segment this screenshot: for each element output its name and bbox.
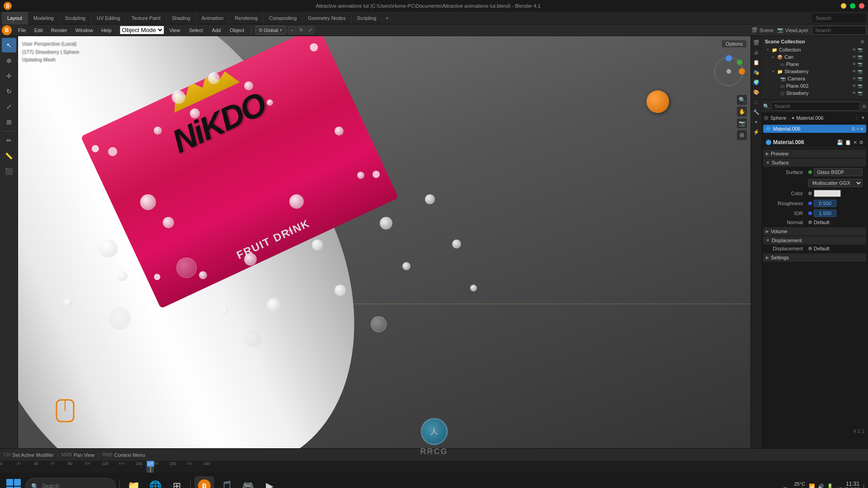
timeline-ruler[interactable]: 0 40 80 120 160 200 240 20 60 100 140 18… (0, 460, 868, 473)
menu-select[interactable]: Select (185, 27, 207, 34)
zoom-to-selected[interactable]: 🔍 (737, 95, 747, 105)
volume-icon[interactable]: 🔊 (818, 483, 824, 488)
volume-section-title[interactable]: ▶ Volume (763, 227, 866, 235)
menu-file[interactable]: File (14, 27, 30, 34)
close-button[interactable]: ✕ (859, 3, 864, 9)
show-desktop-btn[interactable]: | (863, 483, 864, 488)
render-properties-icon[interactable]: 🎬 (752, 38, 761, 47)
menu-help[interactable]: Help (98, 27, 115, 34)
transform-btn-rotate[interactable]: ↻ (297, 26, 305, 34)
menu-view[interactable]: View (166, 27, 184, 34)
material-entry-active[interactable]: Material.006 ☰ + ✕ (763, 125, 866, 133)
material-browse[interactable]: ☰ (851, 127, 855, 131)
taskbar-video[interactable]: ▶ (259, 476, 279, 488)
taskbar-apps[interactable]: ⊞ (167, 476, 187, 488)
surface-type-select[interactable]: Glass BSDF (814, 168, 863, 176)
taskbar-blender[interactable]: B (194, 476, 214, 488)
taskbar-explorer[interactable]: 📁 (123, 476, 143, 488)
output-properties-icon[interactable]: 🖨 (752, 48, 761, 57)
transform-btn-move[interactable]: ↔ (288, 26, 296, 34)
taskbar-music[interactable]: 🎵 (216, 476, 236, 488)
render-view[interactable]: ⊞ (737, 130, 747, 140)
view-layer-properties-icon[interactable]: 📋 (752, 58, 761, 67)
tab-rendering[interactable]: Rendering (229, 12, 264, 24)
tab-compositing[interactable]: Compositing (264, 12, 302, 24)
ior-input[interactable]: 1.500 (814, 210, 836, 217)
scene-collection-item[interactable]: ▾ 📁 Collection 👁 📷 (765, 46, 864, 53)
menu-object[interactable]: Object (226, 27, 248, 34)
sc-item-plane002[interactable]: ▭ Plane.002 👁 📷 (765, 82, 864, 89)
distribution-select[interactable]: Multiscatter GGX GGX (808, 179, 863, 187)
menu-window[interactable]: Window (72, 27, 97, 34)
transform-origin[interactable]: ⊙ Global ▼ (255, 26, 286, 34)
tab-animation[interactable]: Animation (196, 12, 230, 24)
material-x[interactable]: ✕ (853, 140, 857, 145)
modifier-properties-icon[interactable]: 🔧 (752, 108, 761, 117)
tab-scripting[interactable]: Scripting (351, 12, 382, 24)
tab-layout[interactable]: Layout (2, 12, 28, 24)
taskbar-search-bar[interactable]: 🔍 (25, 478, 116, 488)
tool-select[interactable]: ↖ (2, 38, 16, 52)
tab-sculpting[interactable]: Sculpting (60, 12, 91, 24)
tool-cursor[interactable]: ⊕ (2, 53, 16, 68)
view-layer-selector[interactable]: 📷ViewLayer (777, 27, 808, 33)
navigation-gizmo[interactable] (711, 53, 747, 89)
transform-btn-scale[interactable]: ⤢ (306, 26, 314, 34)
filter-icon[interactable]: ⚙ (860, 39, 864, 44)
tool-move[interactable]: ✛ (2, 69, 16, 83)
tab-texture-paint[interactable]: Texture Paint (126, 12, 166, 24)
tool-scale[interactable]: ⤢ (2, 99, 16, 114)
hand-tool[interactable]: ✋ (737, 107, 747, 117)
material-delete[interactable]: ✕ (860, 127, 863, 131)
menu-render[interactable]: Render (47, 27, 71, 34)
tool-annotate[interactable]: ✏ (2, 133, 16, 148)
properties-filter[interactable]: ⚙ (862, 104, 866, 109)
particles-icon[interactable]: ✦ (752, 117, 761, 127)
world-properties-icon[interactable]: 🌍 (752, 78, 761, 87)
network-icon[interactable]: 📶 (809, 483, 815, 488)
material-settings[interactable]: ⚙ (859, 140, 863, 145)
add-workspace-button[interactable]: + (382, 14, 392, 23)
color-swatch[interactable] (814, 190, 841, 197)
object-mode-select[interactable]: Object Mode (120, 26, 164, 34)
roughness-input[interactable]: 0.500 (814, 200, 836, 207)
settings-section-title[interactable]: ▶ Settings (763, 253, 866, 262)
tool-transform[interactable]: ⊞ (2, 115, 16, 129)
menu-edit[interactable]: Edit (31, 27, 47, 34)
displacement-section-title[interactable]: ▼ Displacement (763, 236, 866, 244)
scene-selector[interactable]: 🎬Scene (751, 27, 774, 33)
sc-item-strawbery[interactable]: ⬡ Strawbery 👁 📷 (765, 89, 864, 97)
material-save[interactable]: 💾 (837, 140, 843, 145)
material-properties-icon[interactable]: 🎨 (752, 88, 761, 97)
sc-item-plane[interactable]: ▭ Plane 👁 📷 (765, 61, 864, 68)
tool-rotate[interactable]: ↻ (2, 84, 16, 99)
maximize-button[interactable]: □ (850, 3, 855, 9)
preview-section-title[interactable]: ▶ Preview (763, 150, 866, 158)
material-copy[interactable]: 📋 (845, 140, 851, 145)
menu-add[interactable]: Add (208, 27, 225, 34)
physics-icon[interactable]: ⚡ (752, 127, 761, 136)
tool-measure[interactable]: 📏 (2, 149, 16, 163)
scene-properties-icon[interactable]: 🎭 (752, 68, 761, 77)
camera-view[interactable]: 📷 (737, 118, 747, 128)
breadcrumb-menu[interactable]: ⋮ (854, 115, 859, 120)
windows-start-button[interactable] (4, 476, 24, 488)
breadcrumb-expand[interactable]: ▼ (861, 115, 865, 120)
clock[interactable]: 11:31 15.07.2025 (837, 481, 859, 488)
sc-item-strawberry[interactable]: ▾ 📁 Strawberry 👁 📷 (765, 68, 864, 75)
sc-item-can[interactable]: ▸ 📦 Can 👁 📷 (765, 53, 864, 61)
tab-modeling[interactable]: Modeling (28, 12, 60, 24)
global-search-input[interactable] (812, 26, 866, 35)
material-new[interactable]: + (856, 127, 859, 131)
taskbar-chrome[interactable]: 🌐 (145, 476, 165, 488)
workspace-search-input[interactable] (812, 14, 866, 23)
taskbar-search-input[interactable] (42, 483, 110, 488)
taskbar-game[interactable]: 🎮 (238, 476, 258, 488)
surface-section-title[interactable]: ▼ Surface (763, 159, 866, 167)
tab-uv-editing[interactable]: UV Editing (91, 12, 126, 24)
minimize-button[interactable]: — (841, 3, 846, 9)
properties-search-input[interactable] (771, 102, 860, 111)
viewport-options-button[interactable]: Options (722, 40, 747, 48)
tab-shading[interactable]: Shading (166, 12, 196, 24)
object-properties-icon[interactable]: □ (752, 98, 761, 107)
